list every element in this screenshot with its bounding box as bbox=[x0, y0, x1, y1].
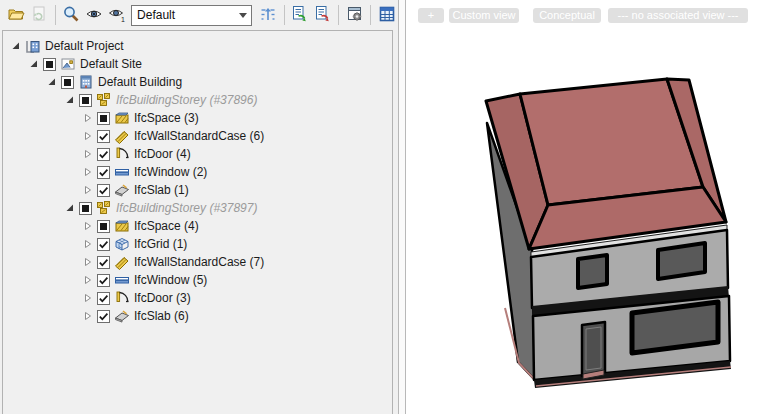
checkbox-checked[interactable] bbox=[97, 184, 110, 197]
space-icon bbox=[114, 110, 130, 126]
tab-no-associated-view[interactable]: --- no associated view --- bbox=[608, 8, 748, 23]
expander-expanded-icon[interactable] bbox=[65, 203, 75, 213]
expander-collapsed-icon[interactable] bbox=[83, 275, 93, 285]
checkbox-checked[interactable] bbox=[97, 292, 110, 305]
tree-item-label: IfcDoor (3) bbox=[134, 291, 191, 305]
tree-item-ifcbuildingstorey-37896[interactable]: IfcBuildingStorey (#37896) bbox=[3, 91, 392, 109]
checkbox-checked[interactable] bbox=[97, 166, 110, 179]
window-settings-icon bbox=[346, 5, 364, 26]
checkbox-checked[interactable] bbox=[97, 310, 110, 323]
tree-item-label: Default Building bbox=[98, 75, 182, 89]
checkbox-checked[interactable] bbox=[97, 130, 110, 143]
lower-wide-window[interactable] bbox=[632, 302, 718, 353]
tree-item-ifcbuildingstorey-37897[interactable]: IfcBuildingStorey (#37897) bbox=[3, 199, 392, 217]
checkbox-checked[interactable] bbox=[97, 274, 110, 287]
slab-icon bbox=[114, 182, 130, 198]
checkbox-partial[interactable] bbox=[97, 220, 110, 233]
collapse-tree-button[interactable] bbox=[258, 4, 279, 27]
expander-collapsed-icon[interactable] bbox=[83, 221, 93, 231]
expander-collapsed-icon[interactable] bbox=[83, 167, 93, 177]
tree-item-label: IfcWallStandardCase (6) bbox=[134, 129, 264, 143]
tree-item-label: IfcBuildingStorey (#37897) bbox=[116, 201, 257, 215]
filter-profile-value: Default bbox=[137, 8, 175, 22]
project-icon bbox=[25, 38, 41, 54]
panel-splitter[interactable] bbox=[398, 0, 406, 414]
toolbar-separator bbox=[55, 5, 56, 25]
expander-collapsed-icon[interactable] bbox=[83, 239, 93, 249]
search-button[interactable] bbox=[61, 4, 82, 27]
viewer-panel: +Custom viewConceptual--- no associated … bbox=[406, 0, 762, 414]
3d-model-viewport[interactable] bbox=[406, 0, 762, 414]
quantity-table-icon bbox=[378, 5, 396, 26]
tree-item-default-project[interactable]: Default Project bbox=[3, 37, 392, 55]
tree-item-label: Default Project bbox=[45, 39, 124, 53]
tree-item-default-site[interactable]: Default Site bbox=[3, 55, 392, 73]
show-all-button[interactable] bbox=[83, 4, 104, 27]
expander-expanded-icon[interactable] bbox=[29, 59, 39, 69]
front-door[interactable] bbox=[582, 322, 605, 376]
search-icon bbox=[62, 5, 80, 26]
tree-item-ifcspace-3[interactable]: IfcSpace (3) bbox=[3, 109, 392, 127]
tree-item-label: IfcGrid (1) bbox=[134, 237, 187, 251]
tree-item-ifcspace-4[interactable]: IfcSpace (4) bbox=[3, 217, 392, 235]
building-icon bbox=[78, 74, 94, 90]
expander-collapsed-icon[interactable] bbox=[83, 149, 93, 159]
show-selection-button[interactable]: 1 bbox=[106, 4, 127, 27]
window-icon bbox=[114, 272, 130, 288]
upper-small-window[interactable] bbox=[578, 255, 607, 288]
tree-item-ifcslab-1[interactable]: IfcSlab (1) bbox=[3, 181, 392, 199]
checkbox-partial[interactable] bbox=[79, 202, 92, 215]
tree-item-label: IfcDoor (4) bbox=[134, 147, 191, 161]
tree-item-label: Default Site bbox=[80, 57, 142, 71]
tree-item-default-building[interactable]: Default Building bbox=[3, 73, 392, 91]
tree-item-label: IfcWindow (2) bbox=[134, 165, 207, 179]
view-tabs: +Custom viewConceptual--- no associated … bbox=[418, 8, 748, 23]
expander-collapsed-icon[interactable] bbox=[83, 293, 93, 303]
view-settings-button[interactable] bbox=[344, 4, 365, 27]
tab-conceptual[interactable]: Conceptual bbox=[533, 8, 601, 23]
structure-panel: 1Default Default ProjectDefault SiteDefa… bbox=[0, 0, 398, 414]
filter-profile-select[interactable]: Default bbox=[131, 5, 252, 26]
import-list-button[interactable] bbox=[290, 4, 311, 27]
checkbox-checked[interactable] bbox=[97, 256, 110, 269]
checkbox-checked[interactable] bbox=[97, 238, 110, 251]
eye-icon bbox=[85, 5, 103, 26]
tree-item-label: IfcWallStandardCase (7) bbox=[134, 255, 264, 269]
expander-collapsed-icon[interactable] bbox=[83, 113, 93, 123]
expander-collapsed-icon[interactable] bbox=[83, 185, 93, 195]
checkbox-partial[interactable] bbox=[61, 76, 74, 89]
tree-item-ifcwallstandardcase-6[interactable]: IfcWallStandardCase (6) bbox=[3, 127, 392, 145]
reload-file-button[interactable] bbox=[29, 4, 50, 27]
export-list-button[interactable] bbox=[313, 4, 334, 27]
tab-custom-view[interactable]: Custom view bbox=[449, 8, 519, 23]
add-view-tab[interactable]: + bbox=[418, 8, 444, 23]
wall-icon bbox=[114, 128, 130, 144]
checkbox-partial[interactable] bbox=[79, 94, 92, 107]
tree-item-ifcdoor-3[interactable]: IfcDoor (3) bbox=[3, 289, 392, 307]
tree-item-ifcwindow-5[interactable]: IfcWindow (5) bbox=[3, 271, 392, 289]
tree-item-ifcwindow-2[interactable]: IfcWindow (2) bbox=[3, 163, 392, 181]
document-arrow-red-icon bbox=[314, 5, 332, 26]
toolbar-separator bbox=[338, 5, 339, 25]
expander-collapsed-icon[interactable] bbox=[83, 257, 93, 267]
expander-collapsed-icon[interactable] bbox=[83, 131, 93, 141]
expander-collapsed-icon[interactable] bbox=[83, 311, 93, 321]
tree-item-ifcwallstandardcase-7[interactable]: IfcWallStandardCase (7) bbox=[3, 253, 392, 271]
wall-icon bbox=[114, 254, 130, 270]
quantity-table-button[interactable] bbox=[376, 4, 397, 27]
tree-item-ifcslab-6[interactable]: IfcSlab (6) bbox=[3, 307, 392, 325]
chevron-down-icon[interactable] bbox=[235, 6, 251, 25]
checkbox-partial[interactable] bbox=[97, 112, 110, 125]
expander-expanded-icon[interactable] bbox=[65, 95, 75, 105]
upper-large-window[interactable] bbox=[658, 243, 705, 279]
tree-item-ifcdoor-4[interactable]: IfcDoor (4) bbox=[3, 145, 392, 163]
open-file-button[interactable] bbox=[6, 4, 27, 27]
document-arrow-green-icon bbox=[291, 5, 309, 26]
expander-expanded-icon[interactable] bbox=[47, 77, 57, 87]
tree-item-ifcgrid-1[interactable]: IfcGrid (1) bbox=[3, 235, 392, 253]
checkbox-partial[interactable] bbox=[43, 58, 56, 71]
expander-expanded-icon[interactable] bbox=[11, 41, 21, 51]
toolbar: 1Default bbox=[0, 0, 398, 30]
slab-icon bbox=[114, 308, 130, 324]
checkbox-checked[interactable] bbox=[97, 148, 110, 161]
